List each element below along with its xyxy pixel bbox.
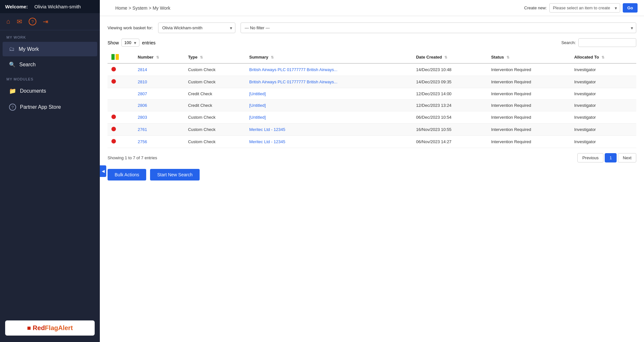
allocated-to-cell: Investigator — [570, 76, 636, 88]
partner-icon: ? — [9, 104, 16, 111]
table-row: 2761Custom CheckMeritec Ltd - 1234516/No… — [108, 124, 636, 136]
summary-link[interactable]: [Untitled] — [249, 91, 266, 96]
content-area: Viewing work basket for: Olivia Wickham-… — [100, 16, 644, 342]
red-dot-icon — [111, 79, 116, 84]
col-summary[interactable]: Summary ⇅ — [245, 51, 412, 63]
entries-label: entries — [142, 40, 156, 45]
number-link[interactable]: 2814 — [138, 67, 147, 72]
start-new-search-button[interactable]: Start New Search — [150, 169, 200, 180]
create-new-select[interactable]: Please select an item to create — [549, 3, 620, 13]
red-dot-icon — [111, 115, 116, 119]
my-work-section-label: MY WORK — [0, 30, 100, 41]
summary-link[interactable]: [Untitled] — [249, 103, 266, 108]
table-row: 2814Custom CheckBritish Airways PLC 0177… — [108, 63, 636, 76]
type-cell: Credit Check — [184, 100, 245, 111]
sidebar-item-documents[interactable]: 📁 Documents — [3, 84, 97, 98]
sidebar-item-partner-label: Partner App Store — [20, 104, 61, 110]
welcome-name: Olivia Wickham-smith — [34, 4, 81, 9]
red-dot-icon — [111, 67, 116, 71]
allocated-to-cell: Investigator — [570, 88, 636, 100]
number-link[interactable]: 2807 — [138, 91, 147, 96]
workbasket-select-wrapper: Olivia Wickham-smith — [158, 23, 235, 33]
next-button[interactable]: Next — [618, 153, 636, 162]
brand-logo: ■ RedFlagAlert — [5, 320, 95, 336]
go-button[interactable]: Go — [623, 3, 638, 13]
page-1-button[interactable]: 1 — [605, 153, 617, 162]
date-created-cell: 12/Dec/2023 13:24 — [412, 100, 487, 111]
create-new-label: Create new: — [524, 5, 547, 10]
type-cell: Custom Check — [184, 136, 245, 148]
entries-select-wrapper: 100 10 25 50 — [121, 39, 139, 47]
type-cell: Credit Check — [184, 88, 245, 100]
col-flag — [108, 51, 134, 63]
summary-link[interactable]: British Airways PLC 01777777 British Air… — [249, 79, 337, 84]
number-link[interactable]: 2803 — [138, 115, 147, 120]
red-dot-icon — [111, 139, 116, 143]
sidebar-item-search[interactable]: 🔍 Search — [3, 58, 97, 71]
logout-icon[interactable]: ⇥ — [43, 18, 48, 25]
number-link[interactable]: 2810 — [138, 79, 147, 84]
type-cell: Custom Check — [184, 63, 245, 76]
summary-cell: [Untitled] — [245, 111, 412, 124]
summary-cell: [Untitled] — [245, 88, 412, 100]
status-cell: Intervention Required — [487, 111, 570, 124]
summary-link[interactable]: [Untitled] — [249, 115, 266, 120]
summary-cell: [Untitled] — [245, 100, 412, 111]
nofilter-select[interactable]: --- No filter --- — [241, 23, 636, 33]
sidebar-item-my-work[interactable]: 🗂 My Work — [3, 42, 97, 56]
type-cell: Custom Check — [184, 124, 245, 136]
allocated-to-cell: Investigator — [570, 111, 636, 124]
previous-button[interactable]: Previous — [577, 153, 603, 162]
flag-cell — [108, 76, 134, 88]
entries-select[interactable]: 100 10 25 50 — [121, 39, 139, 47]
table-row: 2806Credit Check[Untitled]12/Dec/2023 13… — [108, 100, 636, 111]
col-allocated-to[interactable]: Allocated To ⇅ — [570, 51, 636, 63]
date-created-cell: 14/Dec/2023 10:48 — [412, 63, 487, 76]
mail-icon[interactable]: ✉ — [17, 18, 22, 25]
number-cell: 2761 — [134, 124, 184, 136]
summary-cell: British Airways PLC 01777777 British Air… — [245, 76, 412, 88]
summary-cell: Meritec Ltd - 12345 — [245, 136, 412, 148]
work-table: Number ⇅ Type ⇅ Summary ⇅ Date Created ⇅… — [108, 51, 636, 148]
viewing-label: Viewing work basket for: — [108, 25, 153, 30]
main-content: ◀ Home > System > My Work Create new: Pl… — [100, 0, 644, 342]
number-link[interactable]: 2761 — [138, 127, 147, 132]
col-number[interactable]: Number ⇅ — [134, 51, 184, 63]
date-created-cell: 06/Nov/2023 14:27 — [412, 136, 487, 148]
documents-icon: 📁 — [9, 88, 16, 95]
bulk-actions-button[interactable]: Bulk Actions — [108, 169, 146, 180]
flag-cell — [108, 63, 134, 76]
number-link[interactable]: 2806 — [138, 103, 147, 108]
flag-cell — [108, 124, 134, 136]
number-link[interactable]: 2756 — [138, 139, 147, 144]
allocated-to-cell: Investigator — [570, 124, 636, 136]
col-type[interactable]: Type ⇅ — [184, 51, 245, 63]
summary-link[interactable]: British Airways PLC 01777777 British Air… — [249, 67, 337, 72]
summary-link[interactable]: Meritec Ltd - 12345 — [249, 127, 285, 132]
pagination-controls: Previous 1 Next — [577, 153, 636, 162]
col-date-created[interactable]: Date Created ⇅ — [412, 51, 487, 63]
red-dot-icon — [111, 127, 116, 131]
nofilter-select-wrapper: --- No filter --- — [241, 23, 636, 33]
brand-red: ■ Red — [27, 324, 45, 331]
my-modules-section-label: MY MODULES — [0, 72, 100, 83]
number-cell: 2803 — [134, 111, 184, 124]
sidebar-item-partner-app-store[interactable]: ? Partner App Store — [3, 100, 97, 115]
summary-link[interactable]: Meritec Ltd - 12345 — [249, 139, 285, 144]
sidebar-toggle-button[interactable]: ◀ — [100, 165, 106, 177]
search-input[interactable] — [578, 38, 636, 47]
help-icon[interactable]: ? — [29, 18, 36, 25]
show-label: Show — [108, 40, 119, 45]
home-icon[interactable]: ⌂ — [6, 18, 10, 25]
status-cell: Intervention Required — [487, 136, 570, 148]
show-row: Show 100 10 25 50 entries Search: — [108, 38, 636, 47]
col-status[interactable]: Status ⇅ — [487, 51, 570, 63]
allocated-to-cell: Investigator — [570, 100, 636, 111]
showing-text: Showing 1 to 7 of 7 entries — [108, 155, 157, 160]
flag-cell — [108, 111, 134, 124]
status-cell: Intervention Required — [487, 88, 570, 100]
filter-row: Viewing work basket for: Olivia Wickham-… — [108, 23, 636, 33]
flag-cell — [108, 88, 134, 100]
number-cell: 2806 — [134, 100, 184, 111]
workbasket-select[interactable]: Olivia Wickham-smith — [158, 23, 235, 33]
